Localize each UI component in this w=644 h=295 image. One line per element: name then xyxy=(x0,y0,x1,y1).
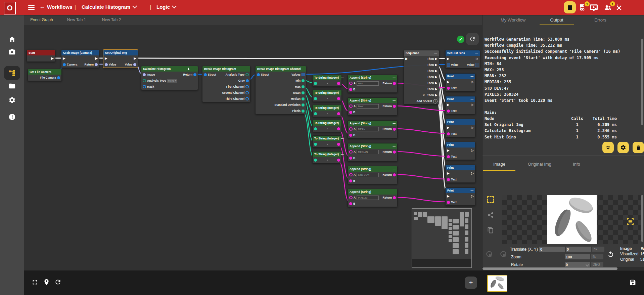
remove-socket-icon[interactable]: × xyxy=(423,93,425,97)
collapse-icon[interactable]: — xyxy=(471,143,474,146)
collapse-icon[interactable]: — xyxy=(341,91,344,94)
data-socket[interactable] xyxy=(349,179,352,182)
node-header[interactable]: Print— xyxy=(446,119,475,125)
node-set-original-img[interactable]: Set Original Img—▶▶ValueValue xyxy=(103,50,138,68)
data-socket[interactable] xyxy=(393,196,396,199)
exec-socket[interactable]: ▷ xyxy=(471,126,474,129)
data-socket[interactable] xyxy=(447,132,450,135)
node-break-image-histogram[interactable]: Break Image Histogram—StructAnalysis Typ… xyxy=(202,66,250,102)
exec-socket[interactable]: ▶ xyxy=(51,57,54,60)
exec-socket[interactable]: ▶ xyxy=(447,126,450,129)
data-socket[interactable] xyxy=(95,63,98,66)
node-print-1[interactable]: Print—▶▷Text xyxy=(445,73,475,91)
exec-socket[interactable]: ▶ xyxy=(447,80,450,84)
data-socket[interactable] xyxy=(143,79,146,82)
prefix-field[interactable]: MEAN: xyxy=(357,127,379,131)
collapse-icon[interactable]: — xyxy=(393,122,396,125)
exec-socket[interactable]: ▷ xyxy=(471,195,474,198)
node-header[interactable]: Append (String)— xyxy=(348,75,397,80)
home-icon[interactable] xyxy=(7,34,17,45)
data-socket[interactable] xyxy=(393,82,396,85)
node-header[interactable]: Append (String)— xyxy=(348,143,397,149)
back-arrow-icon[interactable]: ← xyxy=(39,3,45,10)
collapse-icon[interactable]: — xyxy=(246,67,249,71)
error-icon[interactable] xyxy=(7,112,17,122)
node-header[interactable]: Get File Camera— xyxy=(28,69,61,75)
exec-socket[interactable]: ▶ xyxy=(95,57,98,60)
location-pin-icon[interactable] xyxy=(43,279,51,287)
tab-output[interactable]: Output xyxy=(535,15,579,25)
exec-socket[interactable]: ▷ xyxy=(471,172,474,175)
exec-socket[interactable]: ▶ xyxy=(435,69,438,73)
camera-icon[interactable] xyxy=(7,47,17,57)
graph-name-dropdown[interactable]: Logic xyxy=(156,4,176,10)
exec-socket[interactable]: ▶ xyxy=(447,149,450,152)
node-get-file-camera[interactable]: Get File Camera—File Camera xyxy=(28,69,62,81)
data-socket[interactable] xyxy=(393,105,396,108)
close-icon[interactable] xyxy=(615,3,624,12)
folder-icon[interactable] xyxy=(7,81,17,91)
prefix-field[interactable]: PIXELS: xyxy=(357,196,379,200)
node-header[interactable]: Print— xyxy=(446,188,475,193)
exec-socket[interactable]: ▶ xyxy=(435,87,438,91)
collapse-icon[interactable]: — xyxy=(57,70,60,74)
data-socket[interactable] xyxy=(393,173,396,176)
data-socket[interactable] xyxy=(245,73,249,76)
array-socket[interactable] xyxy=(475,64,478,67)
node-append-string-3[interactable]: Append (String)—AMEAN:ReturnB xyxy=(348,120,398,138)
tab-original-img[interactable]: Original Img xyxy=(516,158,563,171)
node-header[interactable]: Append (String)— xyxy=(348,189,397,195)
screen-share-icon[interactable] xyxy=(590,3,598,12)
node-header[interactable]: Break Image Histogram Channel— xyxy=(256,66,306,72)
data-socket[interactable] xyxy=(314,143,317,146)
console-scrollbar[interactable] xyxy=(641,39,643,125)
node-header[interactable]: Calculate Histogram— xyxy=(141,66,198,72)
translate-x-input[interactable] xyxy=(539,247,565,252)
data-socket[interactable] xyxy=(349,150,353,154)
node-print-6[interactable]: Print—▶▷Text xyxy=(445,187,475,206)
tab-event-graph[interactable]: Event Graph xyxy=(24,15,59,25)
node-append-string-4[interactable]: Append (String)—AMEDIAN:ReturnB xyxy=(348,143,398,161)
exec-socket[interactable]: ▷ xyxy=(471,149,474,152)
data-socket[interactable] xyxy=(302,91,305,94)
exec-socket[interactable]: ▷ xyxy=(471,103,474,107)
collapse-icon[interactable]: — xyxy=(133,51,136,54)
prefix-field[interactable]: MIN: xyxy=(357,81,379,86)
data-socket[interactable] xyxy=(349,173,353,176)
node-append-string-6[interactable]: Append (String)—APIXELS:ReturnB xyxy=(348,189,398,207)
node-print-2[interactable]: Print—▶▷Text xyxy=(445,96,475,114)
data-socket[interactable] xyxy=(245,85,249,88)
analysis-type-dropdown[interactable]: Mono ▾ xyxy=(167,79,178,83)
data-socket[interactable] xyxy=(133,63,136,66)
preview-scrollbar[interactable] xyxy=(641,195,643,242)
array-socket[interactable] xyxy=(447,64,450,67)
data-socket[interactable] xyxy=(349,111,352,114)
node-graph-canvas[interactable]: Start—▶Grab Image (Camera)—▶▶CameraRetur… xyxy=(24,25,482,270)
data-socket[interactable] xyxy=(349,127,353,131)
collapse-icon[interactable]: — xyxy=(475,51,478,55)
exec-socket[interactable]: ▷ xyxy=(471,80,474,84)
data-socket[interactable] xyxy=(204,73,207,76)
node-header[interactable]: Append (String)— xyxy=(348,166,397,172)
workflows-breadcrumb[interactable]: Workflows xyxy=(47,4,73,10)
exec-socket[interactable]: ▶ xyxy=(435,93,438,97)
data-socket[interactable] xyxy=(349,88,352,91)
collapse-icon[interactable]: — xyxy=(341,121,344,125)
node-header[interactable]: Break Image Histogram— xyxy=(202,66,250,72)
workflow-name-dropdown[interactable]: Calculate Histogram xyxy=(82,4,136,10)
refresh-icon[interactable] xyxy=(54,279,62,287)
tab-errors[interactable]: Errors xyxy=(579,15,622,25)
translate-y-input[interactable] xyxy=(566,247,591,252)
node-header[interactable]: To String (Integer)— xyxy=(313,152,341,157)
add-button[interactable]: + xyxy=(465,277,477,289)
exec-socket[interactable]: ▶ xyxy=(447,103,450,107)
node-header[interactable]: Set Original Img— xyxy=(103,50,138,55)
tab-new-tab-1[interactable]: New Tab 1 xyxy=(59,15,94,25)
zoom-input[interactable] xyxy=(565,254,590,259)
image-thumbnail[interactable] xyxy=(487,275,507,292)
stream-link-icon[interactable]: 1 xyxy=(578,3,587,12)
exec-socket[interactable]: ▶ xyxy=(447,195,450,198)
data-socket[interactable] xyxy=(447,201,450,204)
data-socket[interactable] xyxy=(314,97,317,100)
node-set-hist-bins[interactable]: Set Hist Bins—▶▷ValueValue xyxy=(445,50,480,68)
